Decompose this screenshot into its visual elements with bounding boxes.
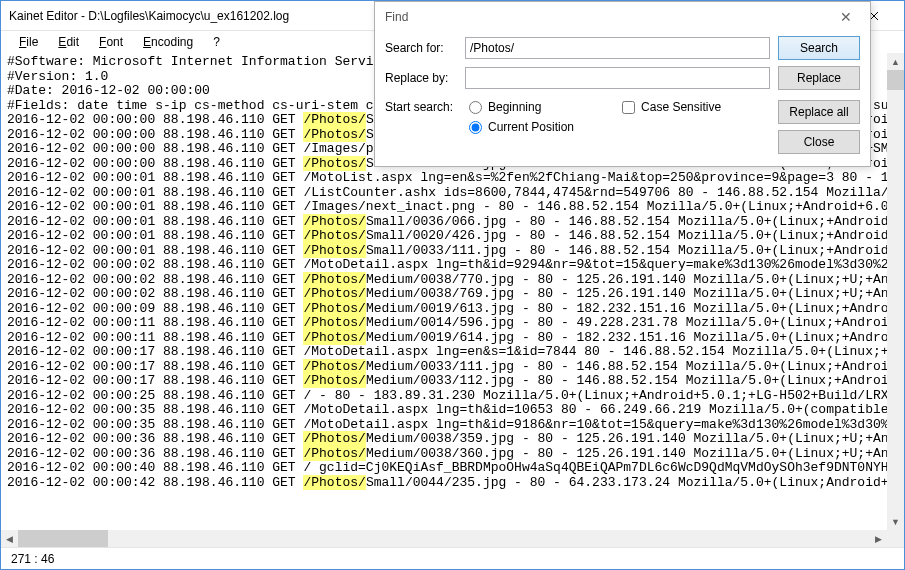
log-line[interactable]: 2016-12-02 00:00:40 88.198.46.110 GET / …: [7, 461, 898, 476]
find-close-icon[interactable]: ✕: [832, 6, 860, 28]
start-search-label: Start search:: [385, 100, 465, 114]
scroll-down-arrow-icon[interactable]: ▼: [887, 513, 904, 530]
log-line[interactable]: 2016-12-02 00:00:01 88.198.46.110 GET /I…: [7, 200, 898, 215]
replace-by-input[interactable]: [465, 67, 770, 89]
scroll-corner: [887, 530, 904, 547]
horizontal-scrollbar[interactable]: ◀ ▶: [1, 530, 887, 547]
vertical-scrollbar[interactable]: ▲ ▼: [887, 53, 904, 530]
hscroll-thumb[interactable]: [18, 530, 108, 547]
log-line[interactable]: 2016-12-02 00:00:36 88.198.46.110 GET /P…: [7, 447, 898, 462]
log-line[interactable]: 2016-12-02 00:00:01 88.198.46.110 GET /P…: [7, 229, 898, 244]
checkbox-case-sensitive[interactable]: Case Sensitive: [622, 100, 721, 114]
search-button[interactable]: Search: [778, 36, 860, 60]
log-line[interactable]: 2016-12-02 00:00:09 88.198.46.110 GET /P…: [7, 302, 898, 317]
replace-button[interactable]: Replace: [778, 66, 860, 90]
log-line[interactable]: 2016-12-02 00:00:01 88.198.46.110 GET /M…: [7, 171, 898, 186]
cursor-position: 271 : 46: [11, 552, 54, 566]
log-line[interactable]: 2016-12-02 00:00:17 88.198.46.110 GET /P…: [7, 360, 898, 375]
menu-font[interactable]: Font: [91, 33, 131, 51]
menu-help[interactable]: ?: [205, 33, 228, 51]
replace-all-button[interactable]: Replace all: [778, 100, 860, 124]
log-line[interactable]: 2016-12-02 00:00:01 88.198.46.110 GET /L…: [7, 186, 898, 201]
replace-by-label: Replace by:: [385, 71, 465, 85]
scroll-up-arrow-icon[interactable]: ▲: [887, 53, 904, 70]
log-line[interactable]: 2016-12-02 00:00:11 88.198.46.110 GET /P…: [7, 331, 898, 346]
log-line[interactable]: 2016-12-02 00:00:02 88.198.46.110 GET /P…: [7, 273, 898, 288]
scroll-left-arrow-icon[interactable]: ◀: [1, 530, 18, 547]
log-line[interactable]: 2016-12-02 00:00:25 88.198.46.110 GET / …: [7, 389, 898, 404]
log-line[interactable]: 2016-12-02 00:00:36 88.198.46.110 GET /P…: [7, 432, 898, 447]
close-button-dialog[interactable]: Close: [778, 130, 860, 154]
vscroll-thumb[interactable]: [887, 70, 904, 90]
log-line[interactable]: 2016-12-02 00:00:01 88.198.46.110 GET /P…: [7, 215, 898, 230]
radio-current-position[interactable]: Current Position: [469, 120, 574, 134]
search-for-label: Search for:: [385, 41, 465, 55]
hscroll-track[interactable]: [18, 530, 870, 547]
search-for-input[interactable]: [465, 37, 770, 59]
log-line[interactable]: 2016-12-02 00:00:02 88.198.46.110 GET /M…: [7, 258, 898, 273]
log-line[interactable]: 2016-12-02 00:00:01 88.198.46.110 GET /P…: [7, 244, 898, 259]
log-line[interactable]: 2016-12-02 00:00:11 88.198.46.110 GET /P…: [7, 316, 898, 331]
log-line[interactable]: 2016-12-02 00:00:35 88.198.46.110 GET /M…: [7, 403, 898, 418]
log-line[interactable]: 2016-12-02 00:00:42 88.198.46.110 GET /P…: [7, 476, 898, 491]
find-dialog-title: Find: [385, 10, 408, 24]
statusbar: 271 : 46: [1, 547, 904, 569]
log-line[interactable]: 2016-12-02 00:00:17 88.198.46.110 GET /M…: [7, 345, 898, 360]
find-dialog: Find ✕ Search for: Search Replace by: Re…: [374, 1, 871, 167]
menu-edit[interactable]: Edit: [50, 33, 87, 51]
scroll-right-arrow-icon[interactable]: ▶: [870, 530, 887, 547]
log-line[interactable]: 2016-12-02 00:00:35 88.198.46.110 GET /M…: [7, 418, 898, 433]
menu-encoding[interactable]: Encoding: [135, 33, 201, 51]
log-line[interactable]: 2016-12-02 00:00:02 88.198.46.110 GET /P…: [7, 287, 898, 302]
radio-beginning[interactable]: Beginning: [469, 100, 574, 114]
vscroll-track[interactable]: [887, 70, 904, 513]
log-line[interactable]: 2016-12-02 00:00:17 88.198.46.110 GET /P…: [7, 374, 898, 389]
menu-file[interactable]: File: [11, 33, 46, 51]
